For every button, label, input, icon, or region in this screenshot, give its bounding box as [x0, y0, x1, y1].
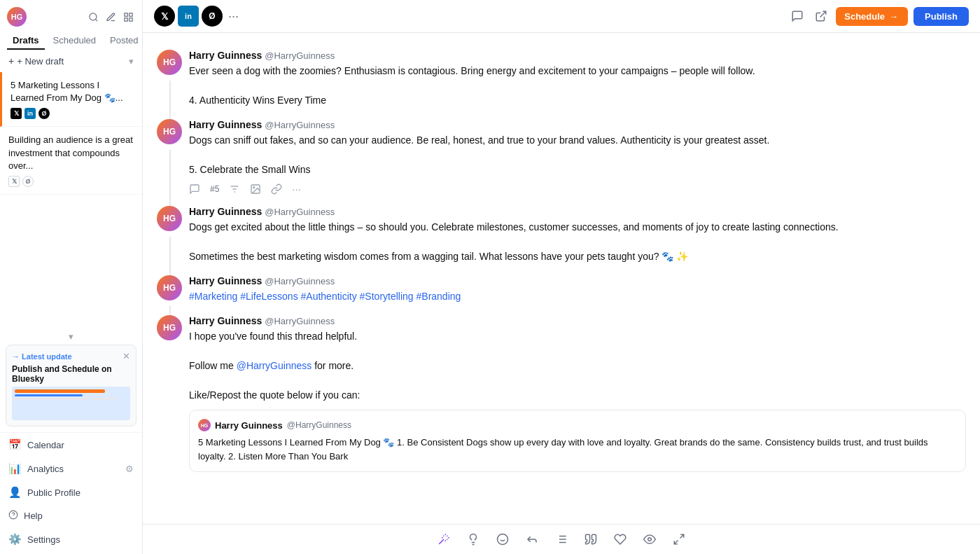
more-platforms-button[interactable]: ··· [225, 9, 241, 24]
compose-icon[interactable] [104, 11, 118, 24]
bulb-tool-button[interactable] [464, 530, 482, 548]
analytics-settings-icon[interactable]: ⚙ [125, 464, 134, 474]
quote-tool-button[interactable] [582, 530, 600, 548]
sidebar-item-help[interactable]: Help [0, 504, 142, 527]
sidebar-item-label: Calendar [27, 440, 64, 450]
avatar: HG [157, 119, 182, 144]
plus-icon: + [8, 55, 14, 67]
post-text: I hope you've found this thread helpful.… [189, 329, 966, 403]
link-action[interactable] [271, 183, 282, 195]
post-text: Dogs can sniff out fakes, and so can you… [189, 133, 966, 177]
tab-posted[interactable]: Posted [104, 32, 144, 50]
quote-text: 5 Marketing Lessons I Learned From My Do… [198, 436, 957, 463]
post-author-handle: @HarryGuinness [265, 120, 335, 130]
chevron-down-icon: ▾ [69, 331, 74, 342]
sidebar-item-settings[interactable]: ⚙️ Settings [0, 527, 142, 551]
draft-text: 5 Marketing Lessons I Learned From My Do… [10, 79, 134, 104]
sidebar-item-analytics[interactable]: 📊 Analytics ⚙ [0, 457, 142, 480]
list-tool-button[interactable] [552, 530, 570, 548]
platform-tabs: 𝕏 in Ø ··· [154, 6, 241, 27]
avatar: HG [157, 206, 182, 231]
messages-icon[interactable] [788, 7, 806, 25]
draft-text: Building an audience is a great investme… [8, 134, 134, 172]
quote-author-handle: @HarryGuinness [287, 420, 351, 430]
reply-tool-button[interactable] [523, 530, 541, 548]
latest-update-box: → Latest update ✕ Publish and Schedule o… [6, 345, 136, 427]
post-author-name: Harry Guinness [189, 50, 262, 61]
post-actions: #5 ··· [189, 183, 966, 195]
table-row: HG Harry Guinness @HarryGuinness #Market… [143, 270, 980, 310]
sidebar-item-calendar[interactable]: 📅 Calendar [0, 433, 142, 457]
table-row: HG Harry Guinness @HarryGuinness I hope … [143, 310, 980, 478]
post-text: Ever seen a dog with the zoomies? Enthus… [189, 64, 966, 108]
quote-box: HG Harry Guinness @HarryGuinness 5 Marke… [189, 410, 966, 472]
update-image [12, 387, 130, 420]
image-action[interactable] [250, 183, 261, 195]
table-row: HG Harry Guinness @HarryGuinness Dogs ge… [143, 200, 980, 270]
bottom-toolbar [143, 524, 980, 554]
eye-tool-button[interactable] [640, 530, 659, 548]
filter-action[interactable] [229, 183, 240, 195]
latest-update-tag: → Latest update [12, 352, 72, 361]
draft-platforms: 𝕏 in Ø [10, 108, 134, 119]
chevron-down-icon: ▾ [129, 56, 134, 67]
platform-threads-icon: Ø [38, 108, 50, 119]
platform-tab-threads[interactable]: Ø [202, 6, 223, 27]
emoji-tool-button[interactable] [493, 530, 512, 548]
help-icon [8, 510, 18, 522]
sidebar-item-label: Settings [27, 534, 60, 545]
svg-rect-1 [125, 13, 127, 15]
share-icon[interactable] [812, 7, 830, 25]
post-author-handle: @HarryGuinness [265, 50, 335, 61]
collapse-button[interactable]: ▾ [0, 328, 142, 345]
search-icon[interactable] [87, 11, 100, 24]
settings-icon: ⚙️ [8, 533, 22, 546]
schedule-button[interactable]: Schedule → [836, 7, 908, 26]
analytics-icon: 📊 [8, 462, 22, 475]
platform-linkedin-icon: in [24, 108, 36, 119]
platform-x-icon: 𝕏 [10, 108, 22, 119]
platform-threads-outline-icon: Ø [22, 176, 34, 187]
post-hashtags: #Marketing #LifeLessons #Authenticity #S… [189, 289, 966, 304]
list-item[interactable]: Building an audience is a great investme… [0, 127, 142, 195]
sidebar-nav: 📅 Calendar 📊 Analytics ⚙ 👤 Public Profil… [0, 432, 142, 554]
platform-x-outline-icon: 𝕏 [8, 176, 20, 187]
expand-tool-button[interactable] [670, 530, 688, 548]
quote-avatar: HG [198, 419, 211, 431]
main-area: 𝕏 in Ø ··· Schedule → Publish [143, 0, 980, 554]
layout-icon[interactable] [122, 11, 135, 24]
post-author-name: Harry Guinness [189, 275, 262, 286]
svg-point-15 [498, 534, 508, 545]
post-author-handle: @HarryGuinness [265, 207, 335, 217]
post-author-handle: @HarryGuinness [265, 276, 335, 286]
post-author-name: Harry Guinness [189, 119, 262, 130]
sidebar-item-public-profile[interactable]: 👤 Public Profile [0, 480, 142, 504]
svg-rect-4 [130, 18, 132, 20]
profile-icon: 👤 [8, 486, 22, 499]
platform-tab-linkedin[interactable]: in [178, 6, 199, 27]
close-icon[interactable]: ✕ [122, 351, 130, 361]
sidebar-item-label: Public Profile [27, 487, 80, 498]
svg-point-24 [648, 538, 652, 541]
top-bar-right: Schedule → Publish [788, 7, 969, 26]
table-row: HG Harry Guinness @HarryGuinness Dogs ca… [143, 113, 980, 200]
post-author-name: Harry Guinness [189, 315, 262, 326]
sidebar-top-icons [87, 11, 135, 24]
platform-tab-x[interactable]: 𝕏 [154, 6, 175, 27]
tab-drafts[interactable]: Drafts [7, 32, 45, 50]
svg-line-25 [680, 534, 684, 538]
latest-update-title: Publish and Schedule on Bluesky [12, 364, 130, 384]
reply-action[interactable] [189, 183, 200, 195]
list-item[interactable]: 5 Marketing Lessons I Learned From My Do… [0, 72, 142, 127]
mention-link[interactable]: @HarryGuinness [237, 360, 312, 371]
thread-feed: HG Harry Guinness @HarryGuinness Ever se… [143, 33, 980, 524]
schedule-label: Schedule [844, 11, 885, 22]
svg-line-7 [820, 11, 826, 17]
content-area: HG Harry Guinness @HarryGuinness Ever se… [143, 33, 980, 524]
new-draft-button[interactable]: + + New draft ▾ [0, 50, 142, 72]
publish-button[interactable]: Publish [913, 7, 969, 26]
tab-scheduled[interactable]: Scheduled [48, 32, 102, 50]
more-action[interactable]: ··· [292, 183, 301, 195]
wand-tool-button[interactable] [435, 530, 453, 548]
heart-tool-button[interactable] [611, 530, 629, 548]
